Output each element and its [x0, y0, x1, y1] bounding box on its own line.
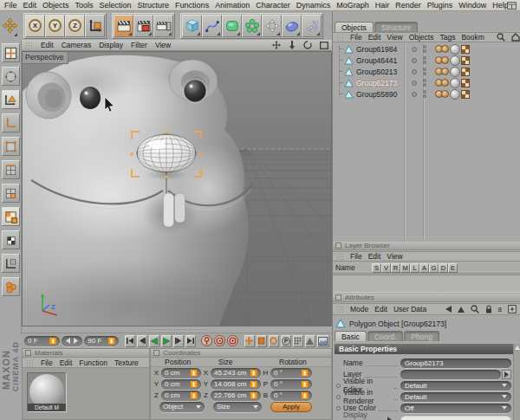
layer-picker-button[interactable]	[502, 370, 511, 379]
parent-object-button[interactable]	[458, 307, 465, 313]
add-array-button[interactable]	[242, 15, 262, 37]
menu-render[interactable]: Render	[395, 1, 421, 10]
apply-button[interactable]: Apply	[270, 402, 312, 412]
points-mode-button[interactable]	[2, 137, 20, 156]
tab-structure[interactable]: Structure	[374, 22, 419, 32]
viewport-menu-display[interactable]: Display	[99, 41, 123, 49]
menu-mograph[interactable]: MoGraph	[336, 1, 369, 10]
layer-input[interactable]	[400, 370, 501, 379]
add-particles-button[interactable]	[302, 15, 322, 37]
display-color-swatch[interactable]	[400, 415, 511, 420]
record-rotation-toggle[interactable]	[269, 335, 279, 347]
anim-dot-icon[interactable]	[336, 406, 341, 410]
rot-h-input[interactable]: 0 °⏫	[270, 368, 312, 378]
add-cube-button[interactable]	[182, 15, 202, 37]
add-deformer-button[interactable]	[262, 15, 282, 37]
use-points-sphere-button[interactable]	[2, 67, 20, 86]
attributes-search-button[interactable]	[471, 305, 479, 313]
texture-mode-button[interactable]	[2, 207, 20, 226]
uvw-tag-icon[interactable]	[461, 56, 470, 65]
texture-axis-mode-button[interactable]	[2, 230, 20, 249]
layer-flag-l[interactable]: L	[410, 263, 419, 273]
layer-list-empty[interactable]	[333, 275, 520, 293]
panel-icon[interactable]	[335, 294, 341, 300]
record-scale-toggle[interactable]	[257, 335, 267, 347]
object-row[interactable]: Group55890	[333, 88, 520, 100]
menu-hair[interactable]: Hair	[375, 1, 390, 10]
layer-flag-r[interactable]: R	[391, 263, 400, 273]
object-name[interactable]: Group50213	[356, 68, 401, 76]
phong-tag-icon[interactable]	[450, 55, 460, 66]
visibility-dots-icon[interactable]	[423, 90, 426, 98]
size-x-input[interactable]: 45.243 cm⏫	[211, 368, 261, 378]
materials-menu-function[interactable]: Function	[79, 359, 107, 367]
layer-menu-file[interactable]: File	[350, 252, 362, 261]
panel-icon[interactable]	[25, 350, 31, 356]
paint-setup-button[interactable]	[2, 277, 20, 296]
panel-icon[interactable]	[335, 242, 341, 249]
visibility-dots-icon[interactable]	[423, 56, 426, 64]
add-spline-button[interactable]	[202, 15, 222, 37]
viewport-canvas[interactable]: Z Perspective	[22, 51, 332, 326]
phong-tag-icon[interactable]	[450, 44, 460, 55]
layer-menu-edit[interactable]: Edit	[368, 252, 381, 261]
record-keyframe-button[interactable]	[201, 335, 212, 346]
objects-menu-tags[interactable]: Tags	[439, 33, 455, 42]
selected-nose-object[interactable]	[137, 134, 196, 172]
uvw-tag-icon[interactable]	[461, 79, 470, 87]
expander-icon[interactable]	[387, 417, 392, 420]
layer-flag-e[interactable]: E	[448, 263, 458, 273]
frame-scrub-control[interactable]	[62, 336, 82, 346]
render-settings-button[interactable]	[153, 15, 173, 37]
menu-functions[interactable]: Functions	[175, 1, 209, 10]
visible-renderer-dropdown[interactable]: Default	[400, 392, 511, 402]
anim-dot-icon[interactable]	[336, 395, 341, 399]
visibility-dots-icon[interactable]	[423, 79, 426, 87]
move-tool-button[interactable]	[2, 15, 18, 37]
polygons-mode-button[interactable]	[2, 184, 20, 203]
panel-grip-icon[interactable]	[25, 42, 33, 48]
panel-grip-icon[interactable]	[336, 34, 344, 41]
panel-grip-icon[interactable]	[26, 359, 34, 366]
basic-properties-header[interactable]: Basic Properties	[335, 344, 513, 354]
objects-menu-view[interactable]: View	[387, 33, 402, 42]
uvw-tag-icon[interactable]	[461, 90, 470, 99]
coordinate-mode-dropdown[interactable]: Object	[159, 402, 205, 412]
menu-character[interactable]: Character	[256, 1, 290, 10]
history-back-button[interactable]	[445, 306, 452, 313]
rot-b-input[interactable]: 0 °⏫	[270, 391, 312, 401]
goto-end-button[interactable]	[185, 335, 196, 347]
menu-tools[interactable]: Tools	[75, 1, 94, 10]
pos-z-input[interactable]: 0 cm⏫	[161, 391, 201, 401]
edges-mode-button[interactable]	[2, 160, 20, 179]
menu-window[interactable]: Window	[458, 1, 486, 10]
pan-view-button[interactable]	[272, 41, 281, 49]
tab-coord[interactable]: Coord.	[367, 331, 404, 341]
menu-objects[interactable]: Objects	[42, 1, 69, 10]
object-row[interactable]: Group61984	[333, 43, 520, 55]
object-name[interactable]: Group62173	[356, 79, 401, 87]
lock-button[interactable]	[485, 305, 492, 313]
lock-x-axis-button[interactable]: X	[25, 15, 45, 37]
record-pla-toggle[interactable]	[293, 335, 303, 347]
materials-menu-edit[interactable]: Edit	[60, 359, 73, 367]
uvw-tag-icon[interactable]	[461, 68, 470, 76]
enable-dot-icon[interactable]	[412, 69, 417, 74]
menu-dynamics[interactable]: Dynamics	[296, 1, 331, 10]
end-frame-input[interactable]: 90 F⏫	[84, 336, 119, 346]
menu-animation[interactable]: Animation	[215, 1, 250, 10]
objects-menu-file[interactable]: File	[350, 33, 362, 42]
material-tag-icon[interactable]	[441, 56, 449, 64]
viewport-menu-view[interactable]: View	[155, 41, 171, 49]
preview-image-button[interactable]	[317, 335, 329, 347]
object-name[interactable]: Group55890	[356, 90, 401, 99]
objects-menu-objects[interactable]: Objects	[409, 33, 434, 42]
record-parameter-toggle[interactable]: P	[281, 335, 291, 347]
pos-y-input[interactable]: 0 cm⏫	[161, 379, 201, 390]
render-view-button[interactable]	[114, 15, 133, 37]
home-button[interactable]	[511, 33, 520, 42]
material-thumbnail[interactable]: Default M	[27, 372, 67, 412]
use-color-dropdown[interactable]: Off	[400, 404, 511, 413]
viewport-camera-label[interactable]: Perspective	[23, 52, 68, 64]
play-backward-button[interactable]	[149, 335, 159, 347]
